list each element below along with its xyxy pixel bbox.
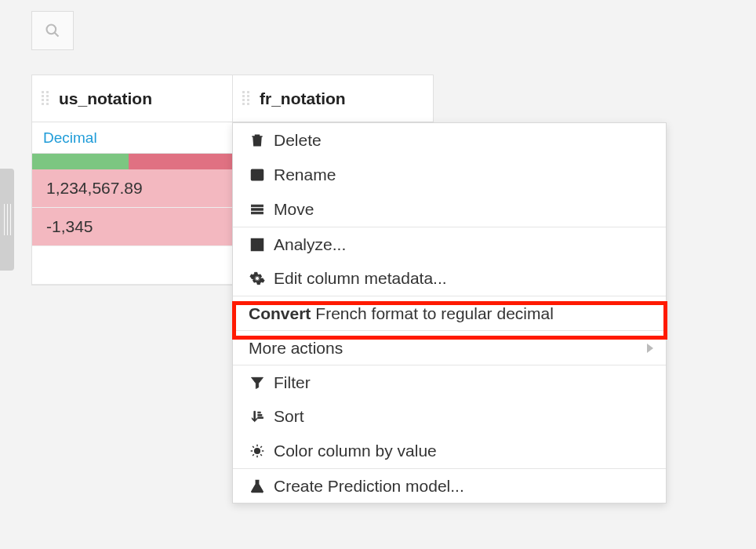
svg-rect-5: [252, 212, 264, 214]
menu-label-bold: Convert: [249, 304, 311, 323]
menu-color-column[interactable]: Color column by value: [233, 434, 666, 468]
column-header-us-notation[interactable]: us_notation: [32, 75, 233, 122]
svg-rect-13: [258, 417, 264, 419]
search-icon: [45, 23, 60, 38]
svg-rect-4: [252, 209, 264, 211]
menu-analyze[interactable]: Analyze...: [233, 227, 666, 261]
analyze-icon: [249, 236, 266, 253]
menu-label: Edit column metadata...: [274, 269, 447, 288]
menu-label: Color column by value: [274, 442, 437, 460]
side-panel-handle[interactable]: [0, 169, 14, 271]
menu-more-actions[interactable]: More actions: [233, 330, 666, 365]
menu-label: Move: [274, 200, 314, 219]
svg-line-1: [55, 33, 59, 37]
menu-move[interactable]: Move: [233, 192, 666, 227]
flask-icon: [249, 478, 266, 495]
svg-point-14: [255, 449, 260, 454]
menu-create-prediction[interactable]: Create Prediction model...: [233, 468, 666, 503]
gear-icon: [249, 270, 266, 287]
grip-icon: [4, 204, 11, 235]
menu-label: Sort: [274, 407, 304, 426]
menu-convert-french-format[interactable]: Convert French format to regular decimal: [233, 296, 666, 330]
drag-handle-icon: [242, 91, 252, 107]
menu-sort[interactable]: Sort: [233, 399, 666, 434]
column-context-menu: Delete Rename Move Analyze... Edit colum…: [232, 122, 667, 504]
filter-icon: [249, 374, 266, 391]
edit-icon: [249, 166, 266, 184]
chevron-right-icon: [647, 344, 653, 353]
svg-rect-7: [253, 245, 256, 249]
menu-label: Analyze...: [274, 235, 346, 254]
menu-label: Delete: [274, 131, 322, 150]
move-icon: [249, 201, 266, 218]
column-header-fr-notation[interactable]: fr_notation: [233, 75, 433, 122]
column-type-label: Decimal: [43, 129, 97, 147]
svg-point-10: [256, 277, 260, 281]
menu-label: More actions: [249, 339, 343, 358]
sort-icon: [249, 408, 266, 425]
menu-edit-metadata[interactable]: Edit column metadata...: [233, 261, 666, 296]
menu-label: Create Prediction model...: [274, 477, 464, 496]
search-box[interactable]: [31, 11, 74, 50]
menu-filter[interactable]: Filter: [233, 365, 666, 399]
svg-rect-8: [256, 242, 259, 248]
svg-rect-3: [252, 205, 264, 207]
svg-rect-9: [260, 243, 262, 249]
menu-rename[interactable]: Rename: [233, 158, 666, 192]
valid-bar: [32, 154, 129, 169]
menu-label: Rename: [274, 165, 336, 184]
trash-icon: [249, 132, 266, 149]
menu-label: Filter: [274, 373, 311, 392]
menu-label-rest: French format to regular decimal: [315, 304, 553, 323]
column-name-label: us_notation: [59, 89, 152, 108]
sun-icon: [249, 442, 266, 460]
drag-handle-icon: [42, 91, 51, 107]
menu-delete[interactable]: Delete: [233, 123, 666, 158]
svg-rect-11: [258, 412, 260, 413]
column-name-label: fr_notation: [260, 89, 346, 108]
svg-point-0: [47, 25, 56, 35]
svg-rect-12: [258, 415, 262, 416]
